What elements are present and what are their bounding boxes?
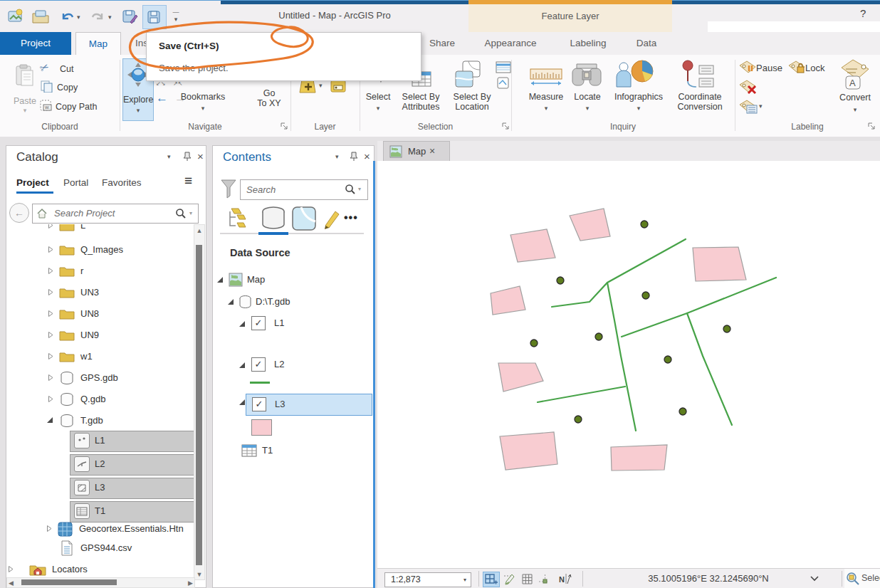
expander-icon[interactable] xyxy=(46,525,53,532)
expander-icon[interactable] xyxy=(46,416,54,424)
contents-item-t1[interactable]: T1 xyxy=(213,442,374,462)
map-canvas[interactable] xyxy=(377,161,880,568)
contents-close-icon[interactable]: × xyxy=(364,150,370,162)
tree-item-folder[interactable]: Q_Images xyxy=(6,240,194,260)
undo-dropdown[interactable]: ▾ xyxy=(77,14,80,21)
open-project-icon[interactable] xyxy=(31,8,50,27)
map-point-feature[interactable] xyxy=(664,356,671,363)
map-line-feature[interactable] xyxy=(607,283,636,431)
tree-item-csv[interactable]: GPS944.csv xyxy=(6,538,194,558)
catalog-menu-caret[interactable]: ▾ xyxy=(167,153,171,160)
catalog-tab-favorites[interactable]: Favorites xyxy=(102,177,142,188)
tree-item-folder-partial[interactable]: L xyxy=(6,224,194,236)
contents-menu-caret[interactable]: ▾ xyxy=(335,153,339,160)
snap-mode-button[interactable] xyxy=(537,572,555,587)
label-options-dropdown[interactable]: ▾ xyxy=(759,103,763,110)
tree-item-folder[interactable]: UN3 xyxy=(6,283,194,303)
snapping-sketch-button[interactable] xyxy=(501,572,518,587)
tree-item-geocortex[interactable]: Geocortex.Essentials.Htn xyxy=(6,519,194,539)
lock-labeling-icon[interactable] xyxy=(787,60,806,75)
polygon-symbol[interactable] xyxy=(251,419,272,436)
select-status-overlay[interactable]: Selec xyxy=(844,569,880,588)
layer-checkbox[interactable]: ✓ xyxy=(251,357,266,372)
catalog-hscrollbar[interactable]: ◀ ▶ xyxy=(6,577,195,588)
select-by-location-button[interactable]: Select ByLocation xyxy=(447,92,497,112)
expander-icon[interactable] xyxy=(239,320,246,328)
catalog-close-icon[interactable]: × xyxy=(197,150,204,162)
tree-item-folder[interactable]: UN8 xyxy=(6,304,194,324)
map-polygon-feature[interactable] xyxy=(510,229,555,262)
expander-icon[interactable] xyxy=(48,246,54,253)
map-point-feature[interactable] xyxy=(641,221,648,228)
layout-grid-button[interactable] xyxy=(483,572,500,587)
tree-item-gdb[interactable]: GPS.gdb xyxy=(6,368,194,388)
contents-item-map[interactable]: Map xyxy=(213,271,374,291)
expander-icon[interactable] xyxy=(48,395,54,403)
map-view-tab[interactable]: Map × xyxy=(383,141,450,162)
tree-item-gdb[interactable]: Q.gdb xyxy=(6,389,194,409)
tree-item-feature-class-polygon[interactable]: L3 xyxy=(6,478,194,498)
search-dropdown[interactable]: ▾ xyxy=(358,186,361,192)
tree-item-table[interactable]: T1 xyxy=(6,501,194,521)
contents-search-input[interactable] xyxy=(243,181,342,198)
expander-icon[interactable] xyxy=(239,399,246,406)
map-line-feature[interactable] xyxy=(622,278,776,337)
contents-item-gdb[interactable]: D:\T.gdb xyxy=(213,293,374,313)
map-point-feature[interactable] xyxy=(530,340,538,347)
tab-project[interactable]: Project xyxy=(0,32,71,55)
catalog-vscrollbar[interactable]: ▲ ▼ xyxy=(194,224,205,580)
undo-icon[interactable] xyxy=(60,9,75,26)
bookmarks-dropdown[interactable]: ▾ xyxy=(179,105,226,112)
expander-icon[interactable] xyxy=(48,288,54,296)
expander-icon[interactable] xyxy=(48,267,54,275)
pin-icon[interactable] xyxy=(350,152,358,162)
coordinates-dropdown-icon[interactable] xyxy=(810,576,819,582)
go-to-xy-button[interactable]: GoTo XY xyxy=(248,88,290,108)
catalog-tab-portal[interactable]: Portal xyxy=(63,177,88,188)
expander-icon[interactable] xyxy=(227,298,235,306)
scroll-right-icon[interactable]: ▶ xyxy=(188,579,193,587)
line-symbol[interactable] xyxy=(250,382,270,384)
clear-labels-icon[interactable] xyxy=(738,79,758,96)
scroll-left-icon[interactable]: ◀ xyxy=(9,579,14,587)
map-polygon-feature[interactable] xyxy=(693,247,746,281)
map-polygon-feature[interactable] xyxy=(570,209,610,241)
select-dropdown[interactable]: ▾ xyxy=(362,105,394,112)
scale-dropdown[interactable]: ▾ xyxy=(463,577,466,583)
label-options-icon[interactable] xyxy=(738,99,758,115)
list-by-data-source-icon[interactable] xyxy=(260,206,287,231)
bookmarks-button[interactable]: Bookmarks xyxy=(179,92,226,102)
selection-dialog-launcher[interactable] xyxy=(502,122,510,130)
more-views-icon[interactable]: ••• xyxy=(344,211,358,224)
copy-path-button[interactable]: Copy Path xyxy=(56,102,97,112)
convert-labels-button[interactable]: A Convert ▾ xyxy=(837,57,873,120)
expander-icon[interactable] xyxy=(239,362,246,369)
catalog-search-input[interactable] xyxy=(51,204,164,221)
catalog-tab-project[interactable]: Project xyxy=(16,177,49,188)
select-button[interactable]: Select xyxy=(362,92,394,102)
tree-item-folder[interactable]: w1 xyxy=(6,347,194,367)
contents-item-l3-selected[interactable]: ✓ L3 xyxy=(246,394,372,416)
measure-button[interactable]: Measure xyxy=(524,92,568,102)
filter-icon[interactable] xyxy=(220,179,237,200)
scale-combobox[interactable]: 1:2,873 ▾ xyxy=(384,572,471,587)
tab-labeling[interactable]: Labeling xyxy=(562,32,614,55)
infographics-button[interactable]: Infographics xyxy=(611,92,666,102)
pause-labeling-icon[interactable] xyxy=(738,60,757,75)
search-icon[interactable] xyxy=(345,184,356,195)
labeling-dialog-launcher[interactable] xyxy=(868,122,876,130)
map-point-feature[interactable] xyxy=(679,408,686,415)
pause-labeling-button[interactable]: Pause xyxy=(756,63,782,73)
map-line-feature[interactable] xyxy=(538,387,625,402)
hamburger-menu-icon[interactable]: ≡ xyxy=(184,173,192,189)
expander-icon[interactable] xyxy=(48,331,54,339)
coordinate-conversion-button[interactable]: CoordinateConversion xyxy=(674,92,726,112)
list-by-selection-icon[interactable] xyxy=(291,206,318,231)
tab-map[interactable]: Map xyxy=(75,32,121,55)
search-dropdown[interactable]: ▾ xyxy=(189,210,192,216)
map-tab-close-icon[interactable]: × xyxy=(429,145,435,157)
save-edits-icon[interactable] xyxy=(121,8,138,27)
cut-button[interactable]: Cut xyxy=(60,64,73,74)
copy-button[interactable]: Copy xyxy=(57,83,78,93)
tree-item-gdb-expanded[interactable]: T.gdb xyxy=(6,411,194,431)
